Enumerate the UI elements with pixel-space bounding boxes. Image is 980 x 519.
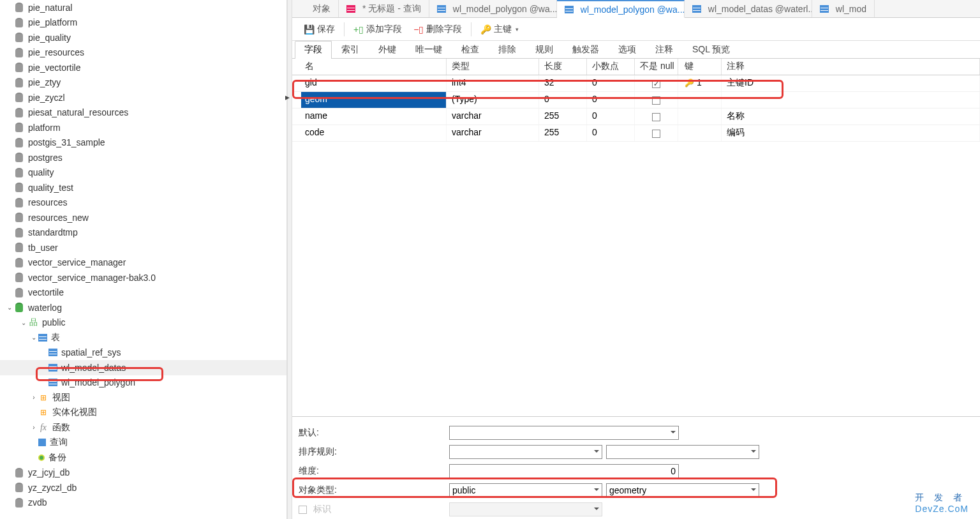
collation-name-select[interactable]: [606, 445, 759, 459]
cell-type[interactable]: (Type): [447, 92, 539, 108]
tab-table[interactable]: wl_model_polygon @wa...: [429, 0, 557, 17]
db-pie_zyczl[interactable]: pie_zyczl: [0, 90, 286, 105]
objtype-type-select[interactable]: geometry: [606, 483, 759, 497]
fieldtab-规则[interactable]: 规则: [526, 41, 563, 58]
table-wl_model_datas[interactable]: wl_model_datas: [0, 360, 286, 375]
db-quality[interactable]: quality: [0, 165, 286, 181]
cell-type[interactable]: varchar: [447, 109, 539, 124]
cell-len[interactable]: 0: [539, 92, 587, 108]
cell-null[interactable]: [635, 109, 678, 124]
functions-folder[interactable]: › fx 函数: [0, 420, 286, 435]
queries-folder[interactable]: › 查询: [0, 435, 286, 451]
matviews-folder[interactable]: › ⊞ 实体化视图: [0, 405, 286, 421]
db-piesat_natural_resources[interactable]: piesat_natural_resources: [0, 105, 286, 121]
add-field-button[interactable]: +▯ 添加字段: [348, 21, 407, 38]
fieldtab-索引[interactable]: 索引: [332, 41, 369, 58]
views-folder[interactable]: › ⊞ 视图: [0, 390, 286, 405]
notnull-checkbox[interactable]: [652, 113, 660, 121]
col-type[interactable]: 类型: [447, 59, 539, 75]
col-key[interactable]: 键: [678, 59, 722, 75]
objtype-schema-select[interactable]: public: [449, 483, 602, 497]
db-postgis_31_sample[interactable]: postgis_31_sample: [0, 135, 286, 151]
db-vectortile[interactable]: vectortile: [0, 285, 286, 301]
fieldtab-注释[interactable]: 注释: [646, 41, 683, 58]
cell-null[interactable]: [635, 75, 678, 91]
db-zvdb[interactable]: zvdb: [0, 495, 286, 511]
db-pie_quality[interactable]: pie_quality: [0, 30, 286, 45]
db-platform[interactable]: platform: [0, 120, 286, 135]
db-pie_resources[interactable]: pie_resources: [0, 45, 286, 61]
cell-null[interactable]: [635, 125, 678, 141]
cell-key[interactable]: 🔑 1: [678, 75, 722, 91]
db-standardtmp[interactable]: standardtmp: [0, 225, 286, 241]
fieldtab-SQL 预览[interactable]: SQL 预览: [683, 41, 739, 58]
db-vector_service_manager-bak3.0[interactable]: vector_service_manager-bak3.0: [0, 270, 286, 285]
cell-type[interactable]: int4: [447, 75, 539, 91]
db-quality_test[interactable]: quality_test: [0, 180, 286, 195]
cell-comment[interactable]: 主键ID: [722, 75, 980, 91]
cell-name[interactable]: geom: [301, 92, 447, 108]
col-name[interactable]: 名: [292, 59, 447, 75]
notnull-checkbox[interactable]: [652, 96, 660, 105]
cell-name[interactable]: name: [292, 109, 447, 124]
table-wl_model_polygon[interactable]: wl_model_polygon: [0, 375, 286, 391]
field-row[interactable]: codevarchar2550编码: [292, 125, 980, 142]
backup-folder[interactable]: › 备份: [0, 450, 286, 465]
db-pie_natural[interactable]: pie_natural: [0, 0, 286, 15]
cell-name[interactable]: code: [292, 125, 447, 141]
col-null[interactable]: 不是 null: [635, 59, 678, 75]
cell-key[interactable]: [678, 125, 722, 141]
collation-schema-select[interactable]: [449, 445, 602, 459]
tab-table[interactable]: wl_mod: [812, 0, 875, 17]
cell-key[interactable]: [678, 92, 722, 108]
cell-comment[interactable]: 名称: [722, 109, 980, 124]
fieldtab-字段[interactable]: 字段: [295, 41, 332, 59]
col-dec[interactable]: 小数点: [587, 59, 635, 75]
cell-null[interactable]: [635, 92, 678, 108]
primary-key-button[interactable]: 🔑 主键 ▾: [475, 21, 524, 38]
col-len[interactable]: 长度: [539, 59, 587, 75]
tab-table[interactable]: wl_model_datas @waterl...: [685, 0, 812, 17]
db-pie_ztyy[interactable]: pie_ztyy: [0, 75, 286, 91]
db-yz_zyczl_db[interactable]: yz_zyczl_db: [0, 480, 286, 495]
cell-key[interactable]: [678, 109, 722, 124]
field-row[interactable]: gidint4320🔑 1主键ID: [292, 75, 980, 92]
cell-len[interactable]: 255: [539, 125, 587, 141]
tab-obj[interactable]: 对象: [305, 0, 339, 17]
cell-name[interactable]: gid: [292, 75, 447, 91]
notnull-checkbox[interactable]: [652, 80, 660, 88]
delete-field-button[interactable]: −▯ 删除字段: [408, 21, 467, 38]
vertical-splitter[interactable]: [287, 0, 292, 519]
cell-comment[interactable]: [722, 92, 980, 108]
schema-public[interactable]: ⌄ 品 public: [0, 315, 286, 331]
cell-dec[interactable]: 0: [587, 75, 635, 91]
fieldtab-检查[interactable]: 检查: [452, 41, 489, 58]
default-select[interactable]: [449, 426, 679, 440]
dimension-input[interactable]: [449, 464, 679, 478]
fieldtab-选项[interactable]: 选项: [609, 41, 646, 58]
cell-comment[interactable]: 编码: [722, 125, 980, 141]
cell-len[interactable]: 255: [539, 109, 587, 124]
save-button[interactable]: 💾 保存: [299, 21, 340, 38]
db-resources_new[interactable]: resources_new: [0, 210, 286, 225]
tables-folder[interactable]: ⌄ 表: [0, 330, 286, 345]
db-pie_platform[interactable]: pie_platform: [0, 15, 286, 31]
cell-dec[interactable]: 0: [587, 109, 635, 124]
fieldtab-触发器[interactable]: 触发器: [563, 41, 609, 58]
field-row[interactable]: namevarchar2550名称: [292, 109, 980, 125]
cell-type[interactable]: varchar: [447, 125, 539, 141]
field-row[interactable]: ▸geom(Type)00: [292, 92, 980, 109]
db-tb_user[interactable]: tb_user: [0, 240, 286, 255]
db-yz_jcyj_db[interactable]: yz_jcyj_db: [0, 465, 286, 481]
col-comment[interactable]: 注释: [722, 59, 980, 75]
db-pie_vectortile[interactable]: pie_vectortile: [0, 60, 286, 75]
cell-dec[interactable]: 0: [587, 125, 635, 141]
fieldtab-外键[interactable]: 外键: [369, 41, 406, 58]
table-spatial_ref_sys[interactable]: spatial_ref_sys: [0, 345, 286, 361]
db-resources[interactable]: resources: [0, 195, 286, 211]
notnull-checkbox[interactable]: [652, 130, 660, 138]
cell-dec[interactable]: 0: [587, 92, 635, 108]
db-vector_service_manager[interactable]: vector_service_manager: [0, 255, 286, 271]
db-waterlog[interactable]: ⌄ waterlog: [0, 300, 286, 315]
tab-design[interactable]: wl_model_polygon @wa...: [557, 0, 685, 18]
